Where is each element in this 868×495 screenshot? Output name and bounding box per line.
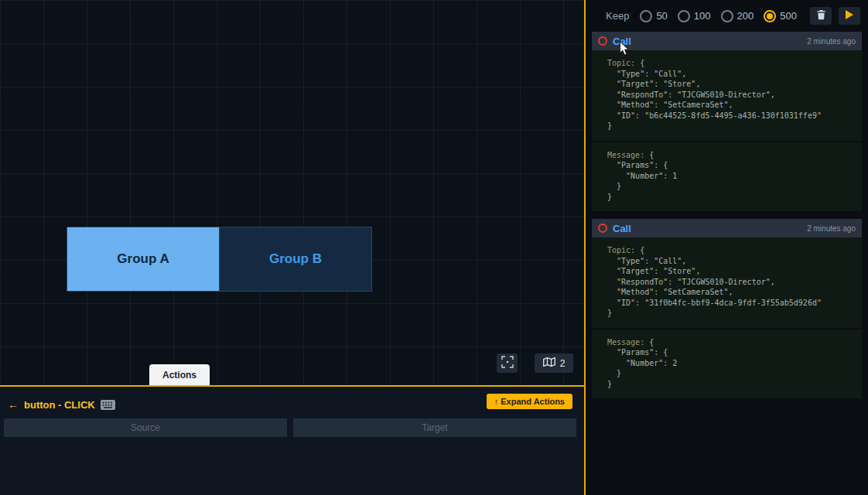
left-column: Group A Group B [0,0,586,495]
minimap-count: 2 [560,358,566,369]
actions-tab-label: Actions [162,370,196,381]
message-card: Call 2 minutes ago Topic: { "Type": "Cal… [592,219,862,398]
call-status-icon [598,36,607,46]
trash-icon [816,9,826,22]
message-json: Message: { "Params": { "Number": 1 } } [592,142,862,212]
message-card-header[interactable]: Call 2 minutes ago [592,32,862,50]
source-input[interactable] [4,418,287,437]
group-node-row: Group A Group B [67,227,372,292]
message-log-panel: Keep 50100200500 [586,0,868,495]
back-arrow-icon[interactable]: ← [8,398,19,411]
message-timestamp: 2 minutes ago [807,224,856,233]
fit-view-icon [501,356,514,371]
keep-option-label: 50 [656,10,667,22]
play-button[interactable] [839,7,860,25]
target-input[interactable] [293,418,576,437]
message-type: Call [613,36,631,47]
message-card-header[interactable]: Call 2 minutes ago [592,219,862,237]
topic-json: Topic: { "Type": "Call", "Target": "Stor… [592,50,862,141]
radio-selected-icon [764,10,776,22]
group-b-node[interactable]: Group B [219,227,371,291]
keep-option-label: 100 [694,10,711,22]
action-editor-panel: ← button - CLICK ↑ Expan [0,387,584,495]
keep-option-label: 500 [780,10,797,22]
group-a-node[interactable]: Group A [67,227,219,291]
map-icon [543,357,555,370]
keep-option-500[interactable]: 500 [764,10,797,22]
group-a-label: Group A [117,251,169,267]
radio-icon [678,10,690,22]
minimap-button[interactable]: 2 [535,353,573,373]
action-title: button - CLICK [24,399,95,411]
node-canvas[interactable]: Group A Group B [0,0,584,387]
app-window: Group A Group B [0,0,868,495]
keep-option-100[interactable]: 100 [678,10,711,22]
keyboard-icon [101,400,115,410]
keep-option-50[interactable]: 50 [640,10,667,22]
keep-options: 50100200500 [640,10,797,22]
message-timestamp: 2 minutes ago [807,37,856,46]
log-toolbar: Keep 50100200500 [586,0,868,32]
group-b-label: Group B [269,251,322,267]
message-json: Message: { "Params": { "Number": 2 } } [592,329,862,399]
action-header: ← button - CLICK [8,398,115,411]
source-target-row [4,418,576,437]
radio-icon [640,10,652,22]
expand-actions-button[interactable]: ↑ Expand Actions [487,394,572,409]
keep-option-label: 200 [737,10,754,22]
message-list: Call 2 minutes ago Topic: { "Type": "Cal… [586,32,868,398]
topic-json: Topic: { "Type": "Call", "Target": "Stor… [592,237,862,328]
keep-label: Keep [606,10,629,22]
actions-tab[interactable]: Actions [149,364,210,385]
message-type: Call [613,223,631,234]
message-card: Call 2 minutes ago Topic: { "Type": "Cal… [592,32,862,211]
clear-log-button[interactable] [810,7,832,25]
log-toolbar-actions [810,7,860,25]
fit-view-button[interactable] [497,353,518,373]
call-status-icon [598,224,607,233]
keep-option-200[interactable]: 200 [721,10,754,22]
radio-icon [721,10,733,22]
play-icon [845,9,854,22]
